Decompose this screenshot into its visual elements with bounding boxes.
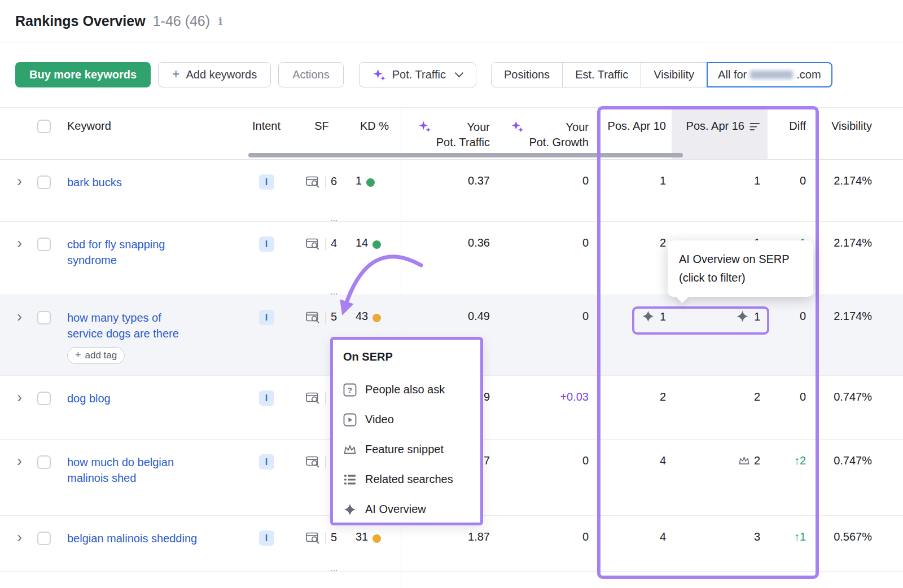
visibility-value: 0.747% — [834, 454, 872, 467]
expand-chevron-icon[interactable] — [17, 236, 22, 250]
tab-est-traffic[interactable]: Est. Traffic — [562, 62, 641, 87]
ai-overview-tooltip: AI Overview on SERP (click to filter) — [668, 240, 813, 297]
row-checkbox[interactable] — [37, 175, 51, 189]
keyword-link[interactable]: bark bucks — [67, 174, 122, 190]
kd-dot — [372, 534, 381, 543]
row-checkbox[interactable] — [37, 532, 51, 545]
visibility-value: 2.174% — [834, 310, 872, 322]
visibility-value: 2.174% — [834, 174, 872, 187]
kd-value: 31 — [356, 530, 368, 571]
serp-feature-item: Related searches — [343, 464, 480, 494]
add-tag-button[interactable]: add tag — [67, 347, 125, 364]
sf-count[interactable]: 5 — [331, 530, 337, 571]
sort-descending-icon[interactable] — [749, 122, 760, 131]
kd-value: 14 — [356, 236, 368, 295]
diff-value: ↑2 — [794, 454, 806, 467]
divider — [325, 176, 326, 188]
column-header-intent: Intent — [245, 108, 288, 159]
expand-chevron-icon[interactable] — [17, 390, 22, 404]
empty-row — [0, 572, 903, 588]
sf-count[interactable]: 4 — [331, 236, 337, 295]
expand-chevron-icon[interactable] — [17, 454, 22, 468]
expand-chevron-icon[interactable] — [17, 310, 22, 323]
pos-apr10-value: 2 — [660, 390, 666, 403]
pos-apr16-value: 1 — [754, 174, 760, 187]
pos-apr10-value: 4 — [660, 530, 666, 543]
sparkle-icon — [511, 121, 524, 133]
intent-badge[interactable]: I — [259, 530, 274, 546]
intent-badge[interactable]: I — [259, 454, 274, 469]
intent-badge[interactable]: I — [259, 310, 274, 325]
serp-feature-item: AI Overview — [343, 494, 480, 524]
visibility-value: 0.567% — [834, 530, 872, 543]
pos-apr10-value: 2 — [660, 236, 666, 249]
ai-overview-icon[interactable] — [736, 310, 749, 323]
buy-more-keywords-button[interactable]: Buy more keywords — [15, 62, 151, 87]
serp-feature-item: Feature snippet — [343, 435, 480, 464]
pos-apr10-value: 4 — [660, 454, 666, 467]
ai-overview-icon[interactable] — [642, 310, 655, 323]
blurred-domain — [750, 71, 793, 79]
pot-traffic-value: 0.37 — [468, 174, 490, 187]
keyword-link[interactable]: belgian malinois shedding — [67, 530, 197, 546]
pot-growth-value: 0 — [582, 454, 589, 467]
diff-value: 0 — [800, 390, 806, 403]
featured-snippet-crown-icon — [738, 456, 750, 466]
horizontal-scrollbar[interactable] — [248, 153, 683, 157]
diff-value: 0 — [800, 310, 806, 322]
pot-growth-value: +0.03 — [560, 390, 589, 403]
serp-features-icon — [306, 456, 320, 468]
pot-traffic-value: 0.49 — [468, 310, 490, 322]
pos-apr10-value: 1 — [660, 310, 666, 323]
serp-feature-item: ? People also ask — [343, 375, 480, 405]
kd-value: 1 — [356, 174, 362, 221]
column-header-diff: Diff — [768, 108, 813, 159]
expand-chevron-icon[interactable] — [17, 174, 22, 188]
keyword-link[interactable]: how much do belgian malinois shed — [67, 454, 174, 486]
row-checkbox[interactable] — [37, 311, 51, 324]
keyword-link[interactable]: cbd for fly snapping syndrome — [67, 236, 165, 268]
serp-features-icon — [306, 392, 320, 404]
keyword-link[interactable]: dog blog — [67, 390, 111, 406]
sf-count[interactable]: 6 — [331, 174, 337, 221]
select-all-checkbox[interactable] — [37, 120, 51, 133]
column-header-pot-traffic: YourPot. Traffic — [401, 108, 497, 159]
kd-dot — [372, 240, 381, 249]
expand-chevron-icon[interactable] — [17, 530, 22, 544]
info-icon[interactable] — [218, 15, 222, 27]
serp-feature-item: Video — [343, 405, 480, 435]
add-keywords-button[interactable]: Add keywords — [158, 62, 271, 87]
pot-traffic-value: 9 — [484, 390, 490, 403]
keyword-link[interactable]: how many types of service dogs are there — [67, 310, 179, 341]
svg-text:?: ? — [348, 385, 352, 394]
actions-button[interactable]: Actions — [278, 62, 344, 87]
pot-traffic-dropdown[interactable]: Pot. Traffic — [359, 62, 476, 87]
on-serp-popup: On SERP ? People also ask Video Feature … — [330, 337, 483, 525]
column-header-sf: SF — [288, 108, 356, 159]
row-checkbox[interactable] — [37, 392, 51, 405]
table-row: bark bucks I 6 1 0.37 0 1 1 0 2.174% — [0, 160, 903, 222]
column-header-pot-growth: YourPot. Growth — [497, 108, 595, 159]
pos-apr16-value: 2 — [754, 454, 760, 467]
pot-growth-value: 0 — [582, 236, 589, 249]
on-serp-list: ? People also ask Video Feature snippet … — [343, 375, 480, 524]
pos-apr16-value: 3 — [754, 530, 760, 543]
tab-all-for-domain[interactable]: All for .com — [707, 62, 832, 87]
column-header-pos-apr16[interactable]: Pos. Apr 16 — [672, 108, 768, 159]
plus-icon — [172, 68, 179, 81]
pot-traffic-value: 7 — [484, 454, 490, 467]
intent-badge[interactable]: I — [259, 174, 274, 190]
page-header: Rankings Overview 1-46 (46) — [0, 0, 903, 42]
visibility-value: 0.747% — [834, 390, 872, 403]
row-checkbox[interactable] — [37, 455, 51, 469]
view-switcher: Positions Est. Traffic Visibility All fo… — [491, 62, 832, 87]
row-checkbox[interactable] — [37, 238, 51, 251]
table-header-row: Keyword Intent SF KD % YourPot. Traffic … — [0, 107, 903, 160]
tab-visibility[interactable]: Visibility — [641, 62, 707, 87]
pot-growth-value: 0 — [582, 530, 589, 543]
intent-badge[interactable]: I — [259, 390, 274, 406]
tooltip-line1: AI Overview on SERP — [679, 250, 802, 269]
ai-overview-icon — [343, 503, 357, 516]
tab-positions[interactable]: Positions — [491, 62, 563, 87]
intent-badge[interactable]: I — [259, 236, 274, 252]
